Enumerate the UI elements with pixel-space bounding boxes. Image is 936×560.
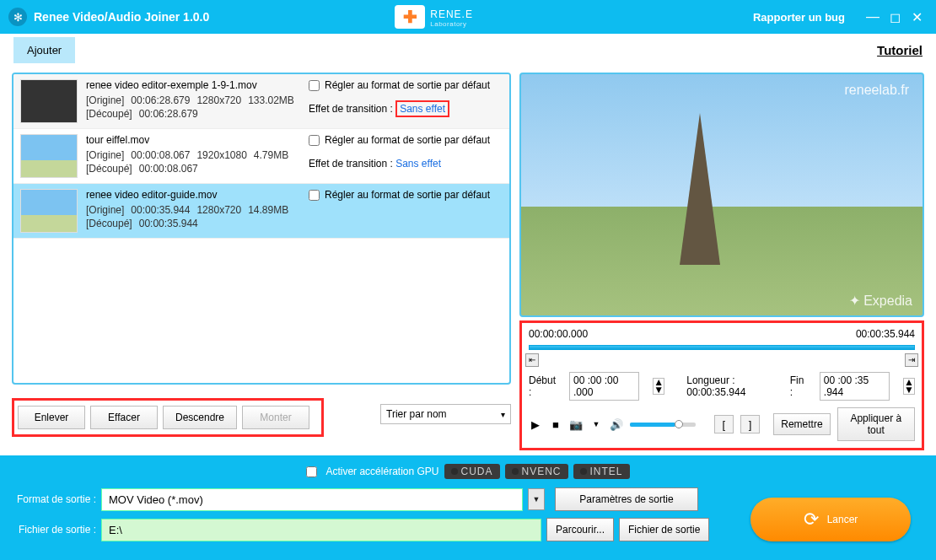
footer: Activer accélération GPU CUDA NVENC INTE… bbox=[0, 455, 936, 560]
remove-button[interactable]: Enlever bbox=[18, 406, 85, 429]
default-format-checkbox[interactable] bbox=[309, 190, 320, 201]
tutorial-link[interactable]: Tutoriel bbox=[877, 43, 923, 57]
reset-button[interactable]: Remettre bbox=[773, 413, 830, 435]
sort-value: Trier par nom bbox=[386, 408, 447, 420]
volume-slider[interactable] bbox=[630, 423, 696, 427]
sort-dropdown[interactable]: Trier par nom ▾ bbox=[380, 404, 511, 424]
file-cut: [Découpé]00:00:08.067 bbox=[86, 163, 309, 175]
refresh-icon: ⟳ bbox=[804, 509, 819, 530]
stop-icon[interactable]: ■ bbox=[549, 418, 562, 431]
intel-badge: INTEL bbox=[573, 464, 630, 479]
logo-main: RENE.E bbox=[430, 8, 473, 20]
file-origin: [Origine]00:06:28.6791280x720133.02MB bbox=[86, 94, 309, 106]
end-label: Fin : bbox=[790, 374, 806, 398]
actions-row: Enlever Effacer Descendre Monter Trier p… bbox=[12, 391, 511, 437]
file-name: renee video editor-exemple 1-9-1.mov bbox=[86, 79, 309, 91]
file-row[interactable]: tour eiffel.mov [Origine]00:00:08.067192… bbox=[13, 129, 509, 184]
transition-label: Effet de transition : bbox=[309, 103, 393, 115]
output-path-input[interactable]: E:\ bbox=[101, 519, 541, 541]
video-preview[interactable]: reneelab.fr ✦ Expedia bbox=[519, 73, 924, 317]
gpu-label: Activer accélération GPU bbox=[325, 466, 438, 477]
titlebar: ✻ Renee Video/Audio Joiner 1.0.0 ✚ RENE.… bbox=[0, 0, 936, 34]
transition-link[interactable]: Sans effet bbox=[395, 158, 441, 170]
nvenc-badge: NVENC bbox=[505, 464, 568, 479]
thumbnail bbox=[20, 189, 78, 233]
main-area: renee video editor-exemple 1-9-1.mov [Or… bbox=[0, 66, 936, 455]
length-label: Longueur : 00:00:35.944 bbox=[686, 374, 777, 398]
open-folder-button[interactable]: Fichier de sortie bbox=[619, 518, 709, 541]
brand-logo: ✚ RENE.E Laboratory bbox=[395, 5, 473, 29]
launch-label: Lancer bbox=[827, 514, 858, 525]
cuda-badge: CUDA bbox=[444, 464, 500, 479]
move-down-button[interactable]: Descendre bbox=[163, 406, 237, 429]
minimize-button[interactable]: — bbox=[862, 9, 884, 24]
file-name: tour eiffel.mov bbox=[86, 134, 309, 146]
logo-text: RENE.E Laboratory bbox=[430, 6, 473, 28]
watermark-text: reneelab.fr bbox=[845, 83, 910, 98]
actions-highlight: Enlever Effacer Descendre Monter bbox=[12, 398, 324, 437]
default-format-label: Régler au format de sortie par défaut bbox=[325, 189, 490, 201]
trim-end-display: 00:00:35.944 bbox=[856, 328, 915, 340]
transition-label: Effet de transition : bbox=[309, 158, 393, 170]
report-bug-link[interactable]: Rapporter un bug bbox=[753, 11, 845, 24]
close-button[interactable]: ✕ bbox=[906, 9, 928, 25]
default-format-label: Régler au format de sortie par défaut bbox=[325, 134, 490, 146]
gpu-row: Activer accélération GPU CUDA NVENC INTE… bbox=[12, 462, 924, 487]
file-origin: [Origine]00:00:08.0671920x10804.79MB bbox=[86, 149, 309, 161]
file-name: renee video editor-guide.mov bbox=[86, 189, 309, 201]
play-icon[interactable]: ▶ bbox=[529, 418, 542, 431]
start-input[interactable]: 00 :00 :00 .000 bbox=[569, 372, 639, 401]
start-spinner[interactable]: ▲▼ bbox=[653, 378, 664, 395]
gpu-checkbox[interactable] bbox=[306, 466, 317, 477]
preview-image bbox=[680, 113, 720, 265]
end-spinner[interactable]: ▲▼ bbox=[903, 378, 915, 395]
file-list: renee video editor-exemple 1-9-1.mov [Or… bbox=[12, 73, 511, 385]
format-label: Format de sortie : bbox=[12, 493, 96, 505]
file-cut: [Découpé]00:06:28.679 bbox=[86, 108, 309, 120]
default-format-checkbox[interactable] bbox=[309, 135, 320, 146]
snapshot-chevron-icon[interactable]: ▼ bbox=[589, 420, 603, 428]
format-settings-button[interactable]: Paramètres de sortie bbox=[555, 487, 698, 511]
trim-slider[interactable]: ⇤ ⇥ bbox=[529, 343, 915, 363]
topbar: Ajouter Tutoriel bbox=[0, 34, 936, 66]
trim-start-handle[interactable]: ⇤ bbox=[525, 353, 539, 367]
mark-in-button[interactable]: [ bbox=[714, 415, 734, 433]
thumbnail bbox=[20, 79, 78, 123]
transition-link[interactable]: Sans effet bbox=[395, 100, 449, 117]
move-up-button[interactable]: Monter bbox=[242, 406, 309, 429]
chevron-down-icon: ▾ bbox=[501, 410, 505, 419]
file-pane: renee video editor-exemple 1-9-1.mov [Or… bbox=[12, 73, 511, 450]
trim-end-handle[interactable]: ⇥ bbox=[905, 353, 918, 367]
trim-panel: 00:00:00.000 00:00:35.944 ⇤ ⇥ Début : 00… bbox=[519, 320, 924, 450]
file-origin: [Origine]00:00:35.9441280x72014.89MB bbox=[86, 204, 309, 216]
file-row[interactable]: renee video editor-exemple 1-9-1.mov [Or… bbox=[13, 74, 509, 129]
default-format-checkbox[interactable] bbox=[309, 80, 320, 91]
logo-badge-icon: ✚ bbox=[395, 5, 425, 29]
volume-icon[interactable]: 🔊 bbox=[610, 418, 623, 431]
end-input[interactable]: 00 :00 :35 .944 bbox=[820, 372, 890, 401]
logo-sub: Laboratory bbox=[430, 20, 473, 28]
thumbnail bbox=[20, 134, 78, 178]
preview-pane: reneelab.fr ✦ Expedia 00:00:00.000 00:00… bbox=[519, 73, 924, 450]
trim-start-display: 00:00:00.000 bbox=[529, 328, 588, 340]
clear-button[interactable]: Effacer bbox=[90, 406, 158, 429]
add-button[interactable]: Ajouter bbox=[13, 37, 75, 63]
expedia-watermark: ✦ Expedia bbox=[849, 293, 912, 309]
launch-button[interactable]: ⟳ Lancer bbox=[750, 498, 911, 541]
file-row[interactable]: renee video editor-guide.mov [Origine]00… bbox=[13, 184, 509, 239]
apply-all-button[interactable]: Appliquer à tout bbox=[837, 407, 915, 441]
format-select[interactable]: MOV Video (*.mov) bbox=[101, 488, 523, 511]
app-title: Renee Video/Audio Joiner 1.0.0 bbox=[34, 10, 209, 24]
app-icon: ✻ bbox=[8, 8, 27, 26]
maximize-button[interactable]: ◻ bbox=[884, 9, 906, 25]
start-label: Début : bbox=[529, 374, 556, 398]
default-format-label: Régler au format de sortie par défaut bbox=[325, 79, 490, 91]
mark-out-button[interactable]: ] bbox=[740, 415, 760, 433]
file-label: Fichier de sortie : bbox=[12, 524, 96, 536]
snapshot-icon[interactable]: 📷 bbox=[569, 418, 583, 431]
browse-button[interactable]: Parcourir... bbox=[546, 518, 614, 541]
file-cut: [Découpé]00:00:35.944 bbox=[86, 218, 309, 229]
format-dropdown-button[interactable]: ▼ bbox=[528, 488, 545, 510]
